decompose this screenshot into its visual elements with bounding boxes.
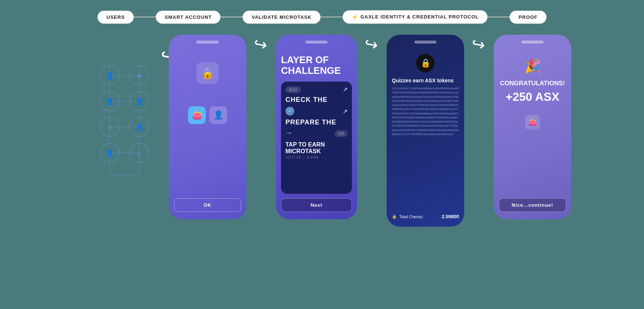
- phone3-notch: [414, 41, 436, 44]
- flow-node-proof: PROOF: [510, 11, 546, 24]
- phone4-notch: [521, 41, 544, 44]
- phone3: 🔒 Quizzes earn ASX tokens 1797d34641f717…: [387, 35, 464, 227]
- lock-icon: 🔒: [196, 62, 219, 84]
- curve-arrow-3: ↩: [472, 35, 486, 79]
- curve-arrow-1: ↩: [254, 35, 268, 79]
- svg-text:👤: 👤: [135, 97, 144, 106]
- phone4: 🎉 CONGRATULATIONS! +250 ASX 👛 Nice...con…: [494, 35, 571, 219]
- phone1-section: 🔒 👛 👤 OK: [169, 35, 246, 219]
- user-icon: 👤: [209, 106, 227, 124]
- wallet-icon: 👛: [188, 106, 206, 124]
- check-arrow-out: ↗: [343, 108, 347, 115]
- hash-text: 1797d34641f717d07b9e64b8labc1e9045ff2008…: [392, 86, 459, 210]
- quizzes-title: Quizzes earn ASX tokens: [392, 78, 459, 83]
- tap-title-line1: TAP TO EARN: [285, 141, 347, 148]
- phone4-section: 🎉 CONGRATULATIONS! +250 ASX 👛 Nice...con…: [494, 35, 571, 219]
- phone2: LAYER OF CHALLENGE 8/12 ↗ CHECK THE ✓ ↗ …: [276, 35, 357, 219]
- flow-node-users: USERS: [97, 11, 134, 24]
- flow-line-3: [321, 17, 343, 17]
- phone1-notch: [196, 41, 219, 44]
- ok-button[interactable]: OK: [174, 198, 241, 212]
- phone3-content: 🔒 Quizzes earn ASX tokens 1797d34641f717…: [392, 51, 459, 210]
- wallet-user-icons: 👛 👤: [188, 106, 227, 124]
- users-grid-svg: 👤 ◆ 👤 👤 ⚙ 👤 👤: [76, 57, 158, 182]
- asx-amount: +250 ASX: [506, 90, 559, 104]
- flow-node-validate: VALIDATE MICROTASK: [243, 11, 320, 24]
- flow-line-2: [220, 17, 243, 17]
- check-row: ✓ ↗: [285, 107, 347, 116]
- party-emoji: 🎉: [524, 58, 541, 74]
- card-section2: PREPARE THE: [285, 119, 347, 126]
- flow-line-4: [487, 17, 510, 17]
- phone1: 🔒 👛 👤 OK: [169, 35, 246, 219]
- phone3-section: 🔒 Quizzes earn ASX tokens 1797d34641f717…: [387, 35, 464, 227]
- flow-node-gaxle: ⚡ GAXLE IDENTITY & CREDENTIAL PROTOCOL: [343, 10, 488, 24]
- nice-continue-button[interactable]: Nice...continue!: [499, 198, 566, 212]
- card-badge: 8/12: [285, 86, 301, 93]
- lock-small-icon: 🔒: [392, 214, 397, 219]
- main-content: 👤 ◆ 👤 👤 ⚙ 👤 👤: [0, 31, 644, 227]
- next-button[interactable]: Next: [281, 198, 352, 212]
- right-arrow-icon: →: [285, 129, 292, 137]
- phone1-content: 🔒 👛 👤: [174, 51, 241, 198]
- flow-bar: USERS SMART ACCOUNT VALIDATE MICROTASK ⚡…: [0, 0, 644, 31]
- card-arrow-out: ↗: [343, 86, 347, 93]
- card-header: 8/12 ↗: [285, 86, 347, 93]
- svg-text:👤: 👤: [106, 72, 114, 80]
- svg-text:⚙: ⚙: [107, 124, 112, 131]
- phone2-section: LAYER OF CHALLENGE 8/12 ↗ CHECK THE ✓ ↗ …: [276, 35, 357, 219]
- page-badge: 2/5: [335, 130, 347, 137]
- phone4-content: 🎉 CONGRATULATIONS! +250 ASX 👛: [499, 51, 566, 198]
- total-checks-label: 🔒 Total Checks:: [392, 214, 424, 219]
- tap-section: TAP TO EARN MICROTASK ACTIVE / DONE: [285, 141, 347, 159]
- users-section: 👤 ◆ 👤 👤 ⚙ 👤 👤: [73, 57, 161, 182]
- congrats-title: CONGRATULATIONS!: [500, 80, 565, 87]
- curve-arrow-2: ↩: [364, 35, 379, 79]
- wallet-small-icon: 👛: [525, 115, 540, 130]
- users-diagram: 👤 ◆ 👤 👤 ⚙ 👤 👤: [76, 57, 158, 182]
- check-circle-checked: ✓: [285, 107, 294, 116]
- flow-node-smart-account: SMART ACCOUNT: [156, 11, 220, 24]
- svg-text:👤: 👤: [106, 149, 114, 157]
- svg-text:₿: ₿: [138, 151, 141, 157]
- svg-text:👤: 👤: [106, 97, 114, 106]
- challenge-card: 8/12 ↗ CHECK THE ✓ ↗ PREPARE THE → 2/5 T…: [281, 82, 352, 194]
- lightning-icon: ⚡: [352, 14, 358, 20]
- phone2-content: LAYER OF CHALLENGE 8/12 ↗ CHECK THE ✓ ↗ …: [281, 51, 352, 194]
- total-checks-value: 2.59800: [442, 214, 459, 219]
- tap-title-line2: MICROTASK: [285, 148, 347, 155]
- active-done-label: ACTIVE / DONE: [285, 155, 347, 159]
- svg-text:◆: ◆: [137, 73, 142, 79]
- card-section1: CHECK THE: [285, 96, 347, 104]
- phone2-notch: [305, 41, 328, 44]
- svg-text:👤: 👤: [135, 123, 144, 131]
- phone3-lock-icon: 🔒: [416, 54, 435, 72]
- challenge-title: LAYER OF CHALLENGE: [281, 55, 352, 76]
- total-checks-row: 🔒 Total Checks: 2.59800: [392, 214, 459, 219]
- flow-line-1: [134, 17, 156, 17]
- prepare-row: → 2/5: [285, 129, 347, 137]
